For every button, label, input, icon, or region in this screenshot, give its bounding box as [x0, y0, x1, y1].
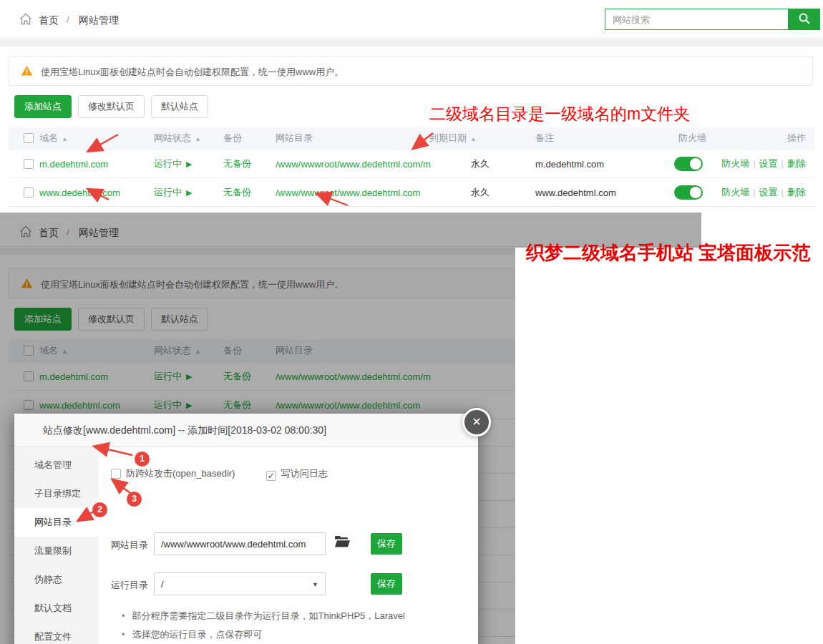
sort-asc-icon: ▲: [62, 135, 68, 142]
tab-default-doc[interactable]: 默认文档: [14, 594, 99, 623]
breadcrumb-current: 网站管理: [79, 14, 119, 27]
site-domain-link[interactable]: m.dedehtml.com: [39, 158, 108, 169]
play-icon: ▶: [186, 160, 192, 168]
annotation-note-top: 二级域名目录是一级域名的m文件夹: [429, 103, 690, 125]
warning-icon: [21, 65, 33, 79]
save-run-dir-button[interactable]: 保存: [371, 573, 402, 595]
row-checkbox[interactable]: [24, 159, 34, 169]
add-site-button[interactable]: 添加站点: [14, 95, 72, 118]
tip-item: •部分程序需要指定二级目录作为运行目录，如ThinkPHP5，Laravel: [122, 610, 405, 623]
warning-banner: 使用宝塔Linux面板创建站点时会自动创建权限配置，统一使用www用户。: [9, 56, 813, 86]
header-domain: 域名: [39, 132, 58, 143]
backup-status-link[interactable]: 无备份: [223, 186, 251, 199]
annotation-step-3: 3: [127, 492, 142, 507]
modal-content: 防跨站攻击(open_basedir) ✓写访问日志 网站目录 保存 运行目录 …: [99, 447, 478, 644]
folder-open-icon[interactable]: [335, 536, 350, 550]
tip-item: •选择您的运行目录，点保存即可: [122, 628, 263, 641]
table-row: m.dedehtml.com 运行中▶ 无备份 /www/wwwroot/www…: [9, 149, 814, 177]
header-status: 网站状态: [154, 132, 191, 143]
sort-asc-icon: ▲: [195, 135, 201, 142]
firewall-toggle[interactable]: [674, 185, 703, 200]
site-dir-link[interactable]: /www/wwwroot/www.dedehtml.com: [276, 187, 420, 197]
screenshot-stage: 首页 / 网站管理 使用宝塔Linux面板创建站点时会自动创建权限配置，统一使用…: [0, 0, 823, 644]
header-note: 备注: [535, 132, 554, 145]
tab-rewrite[interactable]: 伪静态: [14, 565, 99, 594]
header-expire: 到期日期: [429, 132, 467, 143]
sites-table: 域名▲ 网站状态▲ 备份 网站目录 到期日期▲ 备注 防火墙 操作 m.dede…: [9, 127, 814, 207]
delete-link[interactable]: 删除: [787, 187, 806, 197]
site-dir-link[interactable]: /www/wwwroot/www.dedehtml.com/m: [276, 158, 431, 169]
site-status: 运行中: [154, 158, 182, 169]
firewall-link[interactable]: 防火墙: [721, 187, 749, 197]
home-icon[interactable]: [19, 12, 33, 29]
modal-title: 站点修改[www.dedehtml.com] -- 添加时间[2018-03-0…: [14, 414, 478, 447]
close-button[interactable]: ✕: [462, 408, 491, 436]
dropdown-caret-icon: ▼: [312, 581, 318, 588]
bullet-icon: •: [122, 610, 125, 621]
play-icon: ▶: [186, 188, 192, 197]
site-edit-modal: 站点修改[www.dedehtml.com] -- 添加时间[2018-03-0…: [14, 414, 478, 644]
note-value: www.dedehtml.com: [535, 187, 616, 197]
run-dir-value: /: [161, 579, 164, 590]
header-dir: 网站目录: [276, 132, 313, 145]
site-dir-label: 网站目录: [111, 539, 148, 552]
warning-text: 使用宝塔Linux面板创建站点时会自动创建权限配置，统一使用www用户。: [41, 66, 344, 79]
save-site-dir-button[interactable]: 保存: [371, 533, 402, 555]
modal-sidebar: 域名管理 子目录绑定 网站目录 流量限制 伪静态 默认文档 配置文件: [14, 447, 99, 644]
run-dir-label: 运行目录: [111, 579, 148, 592]
default-site-button[interactable]: 默认站点: [151, 95, 208, 118]
header-backup: 备份: [223, 132, 242, 145]
tab-subdir-bind[interactable]: 子目录绑定: [14, 479, 99, 508]
open-basedir-label: 防跨站攻击(open_basedir): [126, 468, 235, 479]
expire-value: 永久: [471, 186, 490, 199]
open-basedir-checkbox[interactable]: [111, 469, 121, 479]
tab-traffic-limit[interactable]: 流量限制: [14, 537, 99, 565]
note-value: m.dedehtml.com: [535, 158, 604, 169]
settings-link[interactable]: 设置: [759, 187, 778, 197]
header-firewall: 防火墙: [678, 132, 706, 145]
backup-status-link[interactable]: 无备份: [223, 157, 251, 170]
firewall-toggle[interactable]: [674, 157, 703, 171]
breadcrumb-home[interactable]: 首页: [39, 14, 59, 27]
close-icon: ✕: [472, 416, 481, 428]
sort-asc-icon: ▲: [470, 135, 477, 142]
modify-default-page-button[interactable]: 修改默认页: [78, 95, 145, 118]
search-icon: [798, 12, 811, 25]
site-dir-input[interactable]: [154, 532, 326, 555]
annotation-step-1: 1: [135, 452, 150, 467]
select-all-checkbox[interactable]: [24, 133, 34, 143]
table-row: www.dedehtml.com 运行中▶ 无备份 /www/wwwroot/w…: [9, 177, 814, 206]
delete-link[interactable]: 删除: [787, 158, 806, 169]
page-gap: [0, 39, 823, 47]
write-log-checkbox[interactable]: ✓: [266, 471, 276, 481]
tab-config-file[interactable]: 配置文件: [14, 623, 99, 644]
search-button[interactable]: [788, 9, 820, 30]
firewall-link[interactable]: 防火墙: [721, 158, 749, 169]
annotation-note-main: 织梦二级域名手机站 宝塔面板示范: [526, 240, 810, 265]
top-bar: 首页 / 网站管理: [0, 0, 823, 39]
run-dir-select[interactable]: / ▼: [154, 572, 326, 595]
tab-domain-manage[interactable]: 域名管理: [14, 451, 99, 479]
site-domain-link[interactable]: www.dedehtml.com: [39, 187, 120, 197]
header-actions: 操作: [787, 132, 806, 145]
check-icon: ✓: [267, 472, 276, 480]
screenshot-crop-mask: [515, 248, 701, 644]
site-status: 运行中: [154, 187, 182, 197]
site-search-input[interactable]: [605, 9, 789, 30]
settings-link[interactable]: 设置: [759, 158, 778, 169]
toolbar: 添加站点 修改默认页 默认站点: [14, 95, 208, 118]
bullet-icon: •: [122, 629, 125, 640]
write-log-label: 写访问日志: [281, 468, 328, 479]
expire-value: 永久: [471, 157, 490, 170]
tab-site-dir[interactable]: 网站目录: [14, 508, 99, 537]
breadcrumb-separator: /: [67, 14, 69, 25]
annotation-step-2: 2: [92, 502, 107, 517]
row-checkbox[interactable]: [24, 187, 34, 197]
table-header-row: 域名▲ 网站状态▲ 备份 网站目录 到期日期▲ 备注 防火墙 操作: [9, 127, 814, 149]
